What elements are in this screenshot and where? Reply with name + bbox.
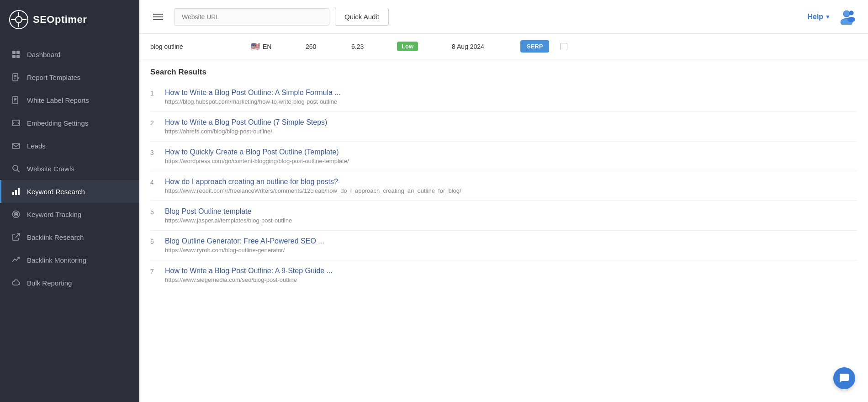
bar-chart-icon (11, 187, 21, 196)
result-url: https://ahrefs.com/blog/blog-post-outlin… (165, 128, 327, 135)
result-title-link[interactable]: How to Write a Blog Post Outline: A 9-St… (165, 267, 333, 275)
search-results-section: Search Results 1 How to Write a Blog Pos… (139, 59, 868, 290)
sidebar-label-leads: Leads (27, 142, 46, 150)
sidebar-item-backlink-research[interactable]: Backlink Research (0, 226, 139, 249)
keyword-cell: blog outline (150, 43, 251, 50)
result-url: https://www.siegemedia.com/seo/blog-post… (165, 276, 333, 283)
grid-icon (11, 50, 21, 59)
external-link-icon (11, 233, 21, 242)
result-item: 1 How to Write a Blog Post Outline: A Si… (150, 82, 857, 112)
sidebar-label-backlink-research: Backlink Research (27, 233, 84, 241)
result-item: 4 How do I approach creating an outline … (150, 171, 857, 201)
svg-point-37 (849, 11, 853, 15)
result-title-link[interactable]: Blog Outline Generator: Free AI-Powered … (165, 237, 324, 245)
cloud-icon (11, 278, 21, 287)
sidebar-label-bulk-reporting: Bulk Reporting (27, 279, 72, 287)
result-item: 6 Blog Outline Generator: Free AI-Powere… (150, 231, 857, 260)
result-item: 2 How to Write a Blog Post Outline (7 Si… (150, 112, 857, 142)
result-url: https://blog.hubspot.com/marketing/how-t… (165, 98, 341, 105)
result-title-link[interactable]: How to Write a Blog Post Outline: A Simp… (165, 89, 341, 97)
result-number: 7 (150, 268, 159, 275)
hamburger-button[interactable] (150, 11, 166, 23)
result-item: 3 How to Quickly Create a Blog Post Outl… (150, 142, 857, 171)
sidebar-item-keyword-tracking[interactable]: Keyword Tracking (0, 203, 139, 226)
result-row: 2 How to Write a Blog Post Outline (7 Si… (150, 118, 857, 135)
results-list: 1 How to Write a Blog Post Outline: A Si… (150, 82, 857, 290)
result-number: 5 (150, 208, 159, 216)
svg-rect-7 (12, 55, 16, 58)
svg-rect-27 (18, 188, 20, 195)
result-title-link[interactable]: Blog Post Outline template (165, 207, 292, 216)
checkbox-cell (557, 43, 571, 50)
chevron-down-icon: ▼ (825, 14, 831, 20)
sidebar-item-bulk-reporting[interactable]: Bulk Reporting (0, 271, 139, 294)
svg-line-24 (17, 170, 20, 172)
result-title-link[interactable]: How to Write a Blog Post Outline (7 Simp… (165, 118, 327, 127)
trending-icon (11, 255, 21, 264)
svg-rect-6 (16, 51, 20, 54)
serp-button[interactable]: SERP (520, 40, 549, 53)
result-title-link[interactable]: How to Quickly Create a Blog Post Outlin… (165, 148, 349, 156)
url-input[interactable] (174, 8, 329, 26)
result-row: 1 How to Write a Blog Post Outline: A Si… (150, 89, 857, 105)
sidebar: SEOptimer Dashboard Report Templates Whi… (0, 0, 139, 402)
document-icon (11, 95, 21, 105)
sidebar-item-report-templates[interactable]: Report Templates (0, 66, 139, 89)
user-icon (838, 7, 855, 25)
result-row: 6 Blog Outline Generator: Free AI-Powere… (150, 237, 857, 254)
svg-point-35 (843, 11, 849, 16)
date-cell: 8 Aug 2024 (452, 43, 520, 50)
language-cell: 🇺🇸 EN (251, 42, 306, 51)
result-number: 4 (150, 179, 159, 186)
sidebar-label-white-label-reports: White Label Reports (27, 96, 89, 104)
result-row: 4 How do I approach creating an outline … (150, 178, 857, 194)
flag-icon: 🇺🇸 (251, 42, 260, 51)
sidebar-label-keyword-tracking: Keyword Tracking (27, 211, 81, 218)
help-button[interactable]: Help ▼ (807, 13, 831, 21)
sidebar-item-backlink-monitoring[interactable]: Backlink Monitoring (0, 249, 139, 271)
result-url: https://www.reddit.com/r/freelanceWriter… (165, 187, 461, 194)
result-title-link[interactable]: How do I approach creating an outline fo… (165, 178, 461, 186)
topbar: Quick Audit Help ▼ (139, 0, 868, 34)
row-checkbox[interactable] (560, 43, 567, 50)
user-avatar-button[interactable] (836, 5, 857, 28)
svg-rect-26 (15, 190, 17, 195)
result-url: https://www.ryrob.com/blog-outline-gener… (165, 247, 324, 254)
content-area: blog outline 🇺🇸 EN 260 6.23 Low 8 Aug 20… (139, 34, 868, 402)
sidebar-label-keyword-research: Keyword Research (27, 188, 85, 196)
hamburger-line-3 (153, 19, 163, 20)
result-content: How to Write a Blog Post Outline: A 9-St… (165, 267, 333, 283)
result-number: 6 (150, 238, 159, 245)
hamburger-line-2 (153, 16, 163, 17)
sidebar-item-embedding-settings[interactable]: Embedding Settings (0, 111, 139, 134)
mail-icon (11, 141, 21, 150)
sidebar-label-dashboard: Dashboard (27, 51, 60, 58)
svg-line-31 (16, 233, 20, 238)
target-icon (11, 210, 21, 219)
search-results-title: Search Results (150, 59, 857, 82)
svg-line-19 (13, 123, 14, 124)
result-item: 5 Blog Post Outline template https://www… (150, 201, 857, 231)
sidebar-item-website-crawls[interactable]: Website Crawls (0, 157, 139, 180)
result-content: How to Quickly Create a Blog Post Outlin… (165, 148, 349, 164)
svg-point-30 (16, 214, 17, 215)
sidebar-item-keyword-research[interactable]: Keyword Research (0, 180, 139, 203)
svg-rect-25 (12, 192, 14, 195)
sidebar-item-white-label-reports[interactable]: White Label Reports (0, 89, 139, 111)
sidebar-label-backlink-monitoring: Backlink Monitoring (27, 256, 86, 264)
result-content: Blog Post Outline template https://www.j… (165, 207, 292, 224)
sidebar-item-dashboard[interactable]: Dashboard (0, 43, 139, 66)
difficulty-cell: 6.23 (351, 43, 397, 50)
result-content: How do I approach creating an outline fo… (165, 178, 461, 194)
main-area: Quick Audit Help ▼ blog outline 🇺🇸 (139, 0, 868, 402)
sidebar-label-embedding-settings: Embedding Settings (27, 119, 88, 127)
quick-audit-button[interactable]: Quick Audit (335, 8, 389, 26)
sidebar-logo: SEOptimer (0, 0, 139, 39)
embed-icon (11, 118, 21, 127)
keyword-data-row: blog outline 🇺🇸 EN 260 6.23 Low 8 Aug 20… (139, 34, 868, 59)
search-icon (11, 164, 21, 173)
svg-rect-13 (13, 96, 18, 104)
chat-button[interactable] (833, 367, 855, 389)
sidebar-item-leads[interactable]: Leads (0, 134, 139, 157)
result-item: 7 How to Write a Blog Post Outline: A 9-… (150, 260, 857, 290)
